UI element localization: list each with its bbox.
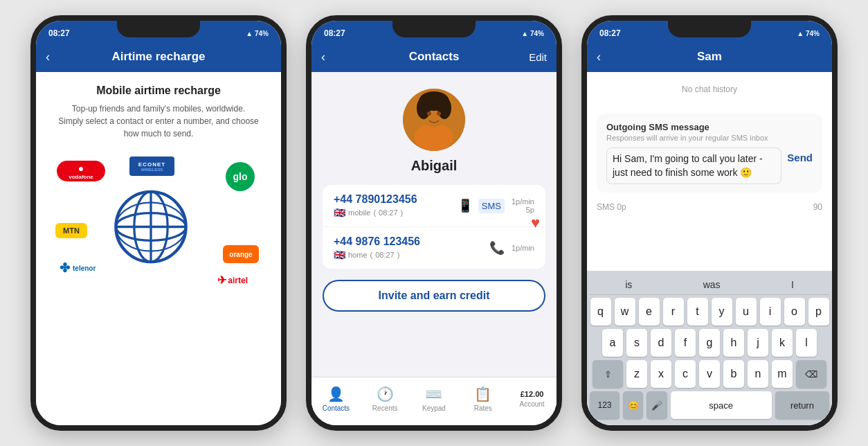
favorite-icon[interactable]: ♥ xyxy=(531,214,540,232)
key-r[interactable]: r xyxy=(663,298,684,325)
key-k[interactable]: k xyxy=(772,329,793,357)
avatar-image xyxy=(403,89,465,151)
send-button[interactable]: Send xyxy=(787,148,813,163)
phone-contacts: 08:27 ▲ 74% ‹ Contacts Edit xyxy=(306,15,562,431)
key-emoji[interactable]: 😊 xyxy=(623,391,643,419)
back-button-1[interactable]: ‹ xyxy=(46,50,50,64)
nav-keypad[interactable]: ⌨️ Keypad xyxy=(415,386,453,412)
keyboard-row-2: a s d f g h j k l xyxy=(590,329,829,357)
keypad-nav-label: Keypad xyxy=(422,404,446,412)
brand-logos: ● vodafone ECONET WIRELESS glo MTN orang… xyxy=(50,147,267,299)
contact-profile: Abigail ♥ xyxy=(311,72,557,185)
key-a[interactable]: a xyxy=(602,329,623,357)
suggestion-is[interactable]: is xyxy=(625,279,632,290)
status-icons-3: ▲ 74% xyxy=(797,30,820,37)
rate2: 5p xyxy=(512,206,534,214)
suggestion-was[interactable]: was xyxy=(703,279,721,290)
header-bar-3: ‹ Sam xyxy=(587,42,832,72)
invite-earn-button[interactable]: Invite and earn credit xyxy=(323,280,545,312)
outgoing-sub: Responses will arrive in your regular SM… xyxy=(606,134,813,142)
key-e[interactable]: e xyxy=(639,298,660,325)
key-o[interactable]: o xyxy=(784,298,805,325)
key-h[interactable]: h xyxy=(723,329,744,357)
mobile-type: mobile xyxy=(348,208,370,217)
home-rate: 1p/min xyxy=(512,244,534,252)
key-j[interactable]: j xyxy=(748,329,768,357)
status-bar-2: 08:27 ▲ 74% xyxy=(311,21,557,42)
bottom-nav: 👤 Contacts 🕐 Recents ⌨️ Keypad 📋 Rates £… xyxy=(311,377,557,425)
key-y[interactable]: y xyxy=(712,298,732,325)
key-return[interactable]: return xyxy=(775,391,829,419)
key-z[interactable]: z xyxy=(626,360,647,388)
key-s[interactable]: s xyxy=(626,329,647,357)
key-x[interactable]: x xyxy=(651,360,671,388)
key-i[interactable]: i xyxy=(760,298,781,325)
status-icons-2: ▲ 74% xyxy=(521,30,544,37)
contact-home-row[interactable]: +44 9876 123456 🇬🇧 home ( 08:27 ) 📞 1p/m… xyxy=(323,227,545,269)
key-mic[interactable]: 🎤 xyxy=(647,391,667,419)
nav-contacts[interactable]: 👤 Contacts xyxy=(317,386,355,412)
key-q[interactable]: q xyxy=(590,298,611,325)
key-c[interactable]: c xyxy=(675,360,696,388)
phone-icon[interactable]: 📱 xyxy=(458,198,473,213)
contacts-screen: Abigail ♥ +44 7890123456 🇬🇧 mobile ( 08:… xyxy=(311,72,557,425)
key-p[interactable]: p xyxy=(808,298,829,325)
key-v[interactable]: v xyxy=(699,360,720,388)
key-m[interactable]: m xyxy=(772,360,793,388)
home-type: home xyxy=(348,251,368,259)
key-space[interactable]: space xyxy=(671,391,772,419)
keyboard-row-1: q w e r t y u i o p xyxy=(590,298,829,325)
key-l[interactable]: l xyxy=(796,329,817,357)
back-button-3[interactable]: ‹ xyxy=(597,50,601,64)
rates-nav-icon: 📋 xyxy=(474,386,491,402)
contact-name: Abigail xyxy=(411,158,458,174)
sms-price-label: SMS 0p xyxy=(597,202,626,212)
sms-icon[interactable]: SMS xyxy=(478,199,505,213)
airtime-title: Mobile airtime recharge xyxy=(50,84,267,97)
contacts-nav-icon: 👤 xyxy=(327,386,345,402)
glo-logo: glo xyxy=(226,162,255,191)
key-f[interactable]: f xyxy=(675,329,696,357)
mobile-time-val: 08:27 xyxy=(379,208,398,217)
nav-recents[interactable]: 🕐 Recents xyxy=(366,386,404,412)
vodafone-logo: ● vodafone xyxy=(57,161,105,181)
econet-logo: ECONET WIRELESS xyxy=(129,157,174,176)
key-d[interactable]: d xyxy=(651,329,671,357)
signal-3: ▲ 74% xyxy=(797,30,820,37)
back-button-2[interactable]: ‹ xyxy=(321,50,325,64)
key-b[interactable]: b xyxy=(723,360,744,388)
key-n[interactable]: n xyxy=(748,360,768,388)
suggestion-i[interactable]: I xyxy=(791,279,794,290)
key-w[interactable]: w xyxy=(615,298,635,325)
contact-num-info-2: +44 9876 123456 🇬🇧 home ( 08:27 ) xyxy=(334,235,482,260)
airtime-body: Mobile airtime recharge Top-up friends a… xyxy=(36,72,281,312)
key-123[interactable]: 123 xyxy=(590,391,620,419)
time-3: 08:27 xyxy=(599,28,621,38)
key-shift[interactable]: ⇧ xyxy=(593,360,623,388)
status-bar-1: 08:27 ▲ 74% xyxy=(36,21,281,42)
flag-uk-1: 🇬🇧 xyxy=(334,207,345,218)
page-title-2: Contacts xyxy=(409,50,460,64)
time-1: 08:27 xyxy=(48,28,70,38)
nav-account[interactable]: £12.00 Account xyxy=(513,390,551,408)
key-u[interactable]: u xyxy=(736,298,757,325)
call-icons-1: 📱 SMS xyxy=(458,198,505,213)
phone-airtime: 08:27 ▲ 74% ‹ Airtime recharge Mobile ai… xyxy=(30,15,287,431)
recents-nav-label: Recents xyxy=(372,404,398,412)
keyboard-suggestions: is was I xyxy=(590,275,829,295)
key-t[interactable]: t xyxy=(687,298,708,325)
mobile-sub: 🇬🇧 mobile ( 08:27 ) xyxy=(334,207,451,218)
key-g[interactable]: g xyxy=(699,329,720,357)
sms-message-text[interactable]: Hi Sam, I'm going to call you later - ju… xyxy=(606,148,781,184)
edit-button[interactable]: Edit xyxy=(529,51,547,63)
page-title-1: Airtime recharge xyxy=(111,50,205,64)
home-phone-icon[interactable]: 📞 xyxy=(489,240,505,256)
sms-input-area: Hi Sam, I'm going to call you later - ju… xyxy=(606,148,813,184)
no-chat-history: No chat history xyxy=(587,72,832,107)
outgoing-label: Outgoing SMS message xyxy=(606,122,813,132)
key-backspace[interactable]: ⌫ xyxy=(796,360,826,388)
nav-rates[interactable]: 📋 Rates xyxy=(464,386,502,412)
mobile-rate: 1p/min 5p xyxy=(512,197,534,214)
contact-mobile-row[interactable]: +44 7890123456 🇬🇧 mobile ( 08:27 ) 📱 SMS… xyxy=(323,185,545,227)
status-bar-3: 08:27 ▲ 74% xyxy=(587,21,832,42)
